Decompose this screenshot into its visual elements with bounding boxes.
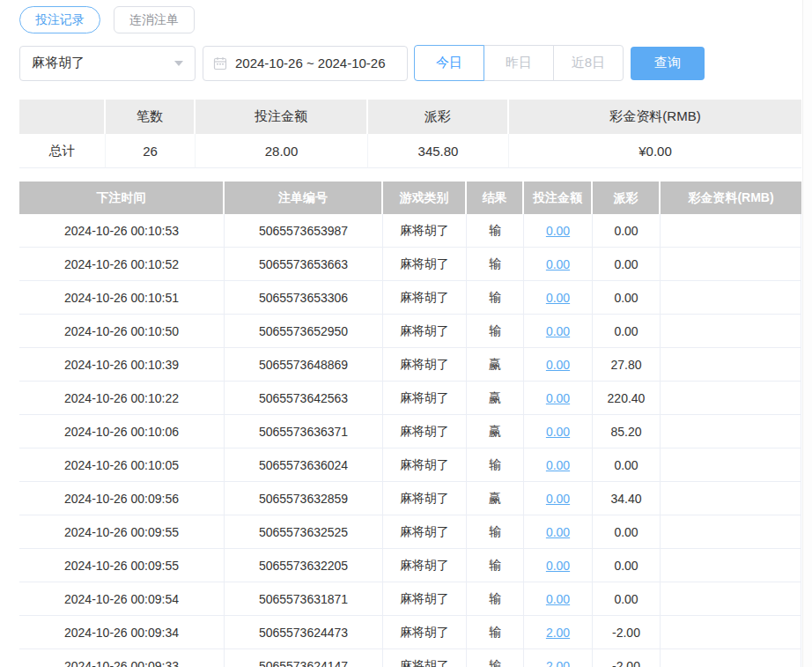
bet-amount-link[interactable]: 0.00 <box>546 458 570 472</box>
cell-bet-amount: 0.00 <box>524 348 593 382</box>
table-row: 2024-10-26 00:09:33 5065573624147 麻将胡了 输… <box>19 649 801 667</box>
tab-cancelled-orders[interactable]: 连消注单 <box>114 6 195 33</box>
cell-result: 输 <box>467 248 524 281</box>
bet-amount-link[interactable]: 2.00 <box>546 626 570 640</box>
summary-total-bonus: ¥0.00 <box>509 134 801 168</box>
cell-game-type: 麻将胡了 <box>383 214 467 248</box>
game-type-select-value: 麻将胡了 <box>32 55 85 71</box>
bet-amount-link[interactable]: 0.00 <box>546 559 570 573</box>
cell-bet-time: 2024-10-26 00:10:53 <box>19 214 225 248</box>
bet-amount-link[interactable]: 0.00 <box>546 324 570 338</box>
table-row: 2024-10-26 00:10:39 5065573648869 麻将胡了 赢… <box>19 348 801 382</box>
cell-order-number: 5065573632205 <box>225 549 383 582</box>
cell-payout: 0.00 <box>593 549 661 582</box>
date-range-input[interactable]: 2024-10-26 ~ 2024-10-26 <box>203 46 408 81</box>
cell-bet-amount: 0.00 <box>524 315 593 348</box>
cell-payout: -2.00 <box>593 616 661 649</box>
cell-bet-amount: 0.00 <box>524 482 593 515</box>
cell-bet-time: 2024-10-26 00:09:54 <box>19 582 225 616</box>
summary-table: 笔数 投注金额 派彩 彩金资料(RMB) 总计 26 28.00 345.80 … <box>19 100 801 168</box>
cell-bet-amount: 0.00 <box>524 214 593 248</box>
bet-amount-link[interactable]: 0.00 <box>546 592 570 606</box>
bet-amount-link[interactable]: 0.00 <box>546 425 570 439</box>
header-bet-amount: 投注金额 <box>524 182 593 214</box>
tab-bet-records[interactable]: 投注记录 <box>19 6 100 33</box>
table-row: 2024-10-26 00:09:56 5065573632859 麻将胡了 赢… <box>19 482 801 515</box>
summary-total-bet-amount: 28.00 <box>196 134 368 168</box>
cell-bet-time: 2024-10-26 00:09:34 <box>19 616 225 649</box>
cell-bet-time: 2024-10-26 00:10:06 <box>19 415 225 448</box>
last-8-days-button[interactable]: 近8日 <box>553 45 624 81</box>
summary-header-payout: 派彩 <box>368 100 509 134</box>
cell-order-number: 5065573653306 <box>225 281 383 315</box>
cell-bonus <box>661 582 801 616</box>
cell-payout: 0.00 <box>593 214 661 248</box>
cell-game-type: 麻将胡了 <box>383 582 467 616</box>
today-button[interactable]: 今日 <box>414 45 484 81</box>
header-game-type: 游戏类别 <box>383 182 467 214</box>
yesterday-button[interactable]: 昨日 <box>484 45 554 81</box>
summary-total-payout: 345.80 <box>368 134 509 168</box>
cell-result: 输 <box>467 315 524 348</box>
summary-header-empty <box>19 100 106 134</box>
cell-game-type: 麻将胡了 <box>383 482 467 515</box>
table-row: 2024-10-26 00:10:06 5065573636371 麻将胡了 赢… <box>19 415 801 448</box>
cell-bonus <box>661 281 801 315</box>
cell-order-number: 5065573624473 <box>225 616 383 649</box>
cell-bet-time: 2024-10-26 00:10:50 <box>19 315 225 348</box>
header-result: 结果 <box>467 182 524 214</box>
cell-bonus <box>661 515 801 549</box>
cell-result: 输 <box>467 549 524 582</box>
game-type-select[interactable]: 麻将胡了 <box>19 46 196 81</box>
cell-bonus <box>661 649 801 667</box>
cell-bonus <box>661 549 801 582</box>
cell-bet-amount: 2.00 <box>524 616 593 649</box>
cell-game-type: 麻将胡了 <box>383 415 467 448</box>
filters-row: 麻将胡了 2024-10-26 ~ 2024-10-26 今日 昨日 近8日 查… <box>19 45 812 81</box>
header-bet-time: 下注时间 <box>19 182 225 214</box>
cell-result: 输 <box>467 582 524 616</box>
cell-payout: 0.00 <box>593 315 661 348</box>
bet-amount-link[interactable]: 0.00 <box>546 492 570 506</box>
cell-payout: 27.80 <box>593 348 661 382</box>
bet-amount-link[interactable]: 2.00 <box>546 659 570 667</box>
table-row: 2024-10-26 00:10:52 5065573653663 麻将胡了 输… <box>19 248 801 281</box>
cell-bet-amount: 0.00 <box>524 415 593 448</box>
cell-order-number: 5065573624147 <box>225 649 383 667</box>
cell-bonus <box>661 415 801 448</box>
vertical-scrollbar[interactable] <box>802 0 812 667</box>
bet-amount-link[interactable]: 0.00 <box>546 224 570 238</box>
cell-payout: 0.00 <box>593 281 661 315</box>
cell-payout: -2.00 <box>593 649 661 667</box>
bet-amount-link[interactable]: 0.00 <box>546 525 570 539</box>
cell-bonus <box>661 616 801 649</box>
bet-amount-link[interactable]: 0.00 <box>546 257 570 271</box>
table-row: 2024-10-26 00:09:34 5065573624473 麻将胡了 输… <box>19 616 801 649</box>
table-row: 2024-10-26 00:10:50 5065573652950 麻将胡了 输… <box>19 315 801 348</box>
bet-amount-link[interactable]: 0.00 <box>546 291 570 305</box>
cell-payout: 220.40 <box>593 382 661 415</box>
cell-game-type: 麻将胡了 <box>383 348 467 382</box>
cell-bonus <box>661 482 801 515</box>
cell-order-number: 5065573653663 <box>225 248 383 281</box>
cell-payout: 0.00 <box>593 248 661 281</box>
bet-amount-link[interactable]: 0.00 <box>546 358 570 372</box>
cell-order-number: 5065573632525 <box>225 515 383 549</box>
table-row: 2024-10-26 00:10:51 5065573653306 麻将胡了 输… <box>19 281 801 315</box>
cell-result: 输 <box>467 448 524 482</box>
cell-game-type: 麻将胡了 <box>383 515 467 549</box>
cell-game-type: 麻将胡了 <box>383 248 467 281</box>
cell-payout: 0.00 <box>593 582 661 616</box>
cell-order-number: 5065573632859 <box>225 482 383 515</box>
bet-amount-link[interactable]: 0.00 <box>546 391 570 405</box>
summary-total-label: 总计 <box>19 134 106 168</box>
cell-payout: 0.00 <box>593 515 661 549</box>
query-button[interactable]: 查询 <box>631 47 705 80</box>
cell-game-type: 麻将胡了 <box>383 281 467 315</box>
cell-bet-time: 2024-10-26 00:10:39 <box>19 348 225 382</box>
cell-bonus <box>661 382 801 415</box>
cell-game-type: 麻将胡了 <box>383 549 467 582</box>
cell-bet-amount: 0.00 <box>524 515 593 549</box>
cell-result: 输 <box>467 616 524 649</box>
cell-bet-time: 2024-10-26 00:10:52 <box>19 248 225 281</box>
